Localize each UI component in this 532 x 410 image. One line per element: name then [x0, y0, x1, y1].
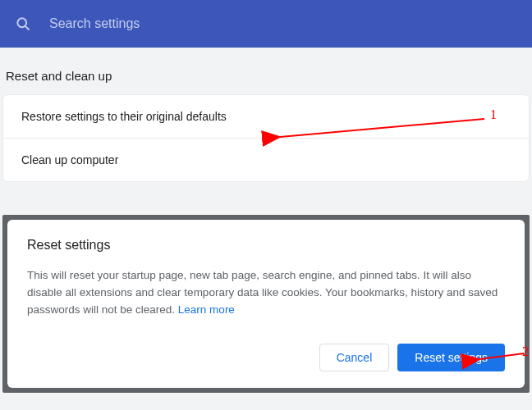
content-area: Reset and clean up Restore settings to t… [0, 48, 532, 182]
cancel-button[interactable]: Cancel [319, 344, 390, 371]
svg-line-1 [25, 26, 30, 30]
dialog-actions: Cancel Reset settings [27, 344, 505, 371]
dialog-backdrop: Reset settings This will reset your star… [2, 215, 530, 393]
row-clean-up-computer[interactable]: Clean up computer [3, 139, 529, 181]
search-input[interactable] [49, 16, 517, 31]
settings-card: Restore settings to their original defau… [2, 94, 530, 182]
annotation-label-2: 2 [522, 344, 529, 359]
annotation-label-1: 1 [490, 107, 497, 122]
reset-dialog: Reset settings This will reset your star… [7, 220, 525, 388]
search-icon [15, 16, 31, 32]
learn-more-link[interactable]: Learn more [178, 303, 235, 316]
dialog-body: This will reset your startup page, new t… [27, 267, 505, 319]
svg-point-0 [17, 18, 26, 27]
dialog-body-text: This will reset your startup page, new t… [27, 269, 498, 316]
reset-settings-button[interactable]: Reset settings [397, 344, 505, 371]
search-bar [0, 0, 532, 48]
dialog-title: Reset settings [27, 238, 505, 253]
section-title: Reset and clean up [0, 69, 532, 94]
row-restore-defaults[interactable]: Restore settings to their original defau… [3, 95, 529, 139]
